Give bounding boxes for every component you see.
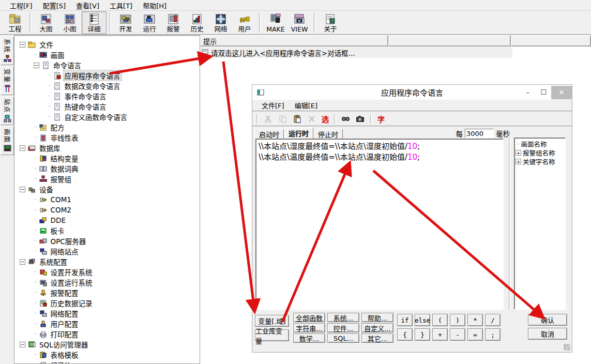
- tree-item-打印配置[interactable]: ···打印配置: [14, 329, 200, 339]
- tree-item-数据改变命令语言[interactable]: ···数据改变命令语言: [14, 81, 200, 91]
- operator-button-)[interactable]: ): [450, 314, 465, 326]
- function-button-SQL...[interactable]: SQL...: [327, 333, 359, 343]
- hint-column-header[interactable]: 提示: [200, 35, 388, 47]
- function-button-系统...[interactable]: 系统...: [327, 313, 359, 322]
- toolbar-button-小图[interactable]: 小图: [58, 12, 82, 34]
- confirm-button[interactable]: 确认: [528, 314, 567, 326]
- tree-item-OPC服务器[interactable]: ···OPC服务器: [14, 236, 200, 246]
- tree-item-结构变量[interactable]: ···结构变量: [14, 153, 200, 163]
- tree-item-命令语言[interactable]: −命令语言: [14, 60, 200, 70]
- side-tab-变量[interactable]: 变量: [1, 66, 14, 95]
- dialog-titlebar[interactable]: 应用程序命令语言 – ☐ ✕: [252, 85, 572, 100]
- font-tool-button[interactable]: 字: [377, 114, 385, 124]
- tree-item-SQL访问管理器[interactable]: −SQL访问管理器: [14, 339, 200, 350]
- tab-运行时[interactable]: 运行时: [284, 127, 313, 139]
- tree-expander-icon[interactable]: −: [20, 342, 25, 347]
- tree-item-报警组[interactable]: ···报警组: [14, 174, 200, 184]
- tree-item-系统配置[interactable]: −系统配置: [14, 256, 200, 267]
- menu-item-4[interactable]: 帮助[H]: [138, 0, 171, 11]
- operator-button-else[interactable]: else: [415, 314, 430, 326]
- tree-item-设置运行系统[interactable]: ···设置运行系统: [14, 277, 200, 287]
- operator-button-{[interactable]: {: [397, 328, 413, 341]
- function-button-其它...[interactable]: 其它...: [361, 333, 393, 343]
- dialog-menu-item-1[interactable]: 编辑[E]: [291, 99, 322, 111]
- industry-lib-variable-button[interactable]: 工业库变量: [255, 329, 289, 341]
- toolbar-button-大图[interactable]: 大图: [34, 12, 58, 34]
- tree-item-板卡[interactable]: ···板卡: [14, 225, 200, 236]
- side-tab-画面[interactable]: 画面: [1, 126, 14, 155]
- empty-column-header[interactable]: [388, 35, 511, 47]
- function-button-帮助...[interactable]: 帮助...: [361, 313, 393, 322]
- tree-item-自定义函数命令语言[interactable]: ···自定义函数命令语言: [14, 112, 200, 122]
- tree-expander-icon[interactable]: −: [34, 63, 39, 68]
- operator-button-+[interactable]: +: [432, 328, 448, 341]
- expand-plus-icon[interactable]: +: [516, 150, 521, 156]
- tree-item-COM1[interactable]: ···COM1: [14, 194, 200, 205]
- operator-button-*[interactable]: *: [467, 314, 483, 326]
- operator-button-/[interactable]: /: [485, 314, 501, 326]
- tree-item-DDE[interactable]: ···DDE: [14, 215, 200, 225]
- cancel-button[interactable]: 取消: [528, 328, 567, 340]
- toolbar-button-详细[interactable]: 详细: [82, 11, 107, 34]
- resize-grip[interactable]: [564, 344, 570, 351]
- tree-expander-icon[interactable]: −: [20, 259, 25, 265]
- tree-item-数据词典[interactable]: ···数据词典: [14, 163, 200, 174]
- tree-item-画面[interactable]: ···画面: [14, 50, 200, 60]
- tree-item-报警配置[interactable]: ···报警配置: [14, 287, 200, 298]
- menu-item-3[interactable]: 工具[T]: [105, 0, 137, 11]
- dialog-menu-item-0[interactable]: 文件[F]: [257, 99, 289, 111]
- code-editor[interactable]: \\本站点\湿度最终值=\\本站点\湿度初始值/10;\\本站点\温度最终值=\…: [255, 139, 504, 310]
- tree-item-设置开发系统[interactable]: ···设置开发系统: [14, 267, 200, 277]
- side-tab-站点[interactable]: 站点: [1, 96, 14, 125]
- toolbar-button-报警[interactable]: 报警: [161, 12, 185, 34]
- minimize-button[interactable]: –: [520, 87, 536, 98]
- operator-button--[interactable]: -: [450, 328, 465, 341]
- toolbar-button-运行[interactable]: 运行: [138, 12, 161, 34]
- hint-row[interactable]: 请双击这儿进入<应用程序命令语言>对话框...: [200, 47, 512, 58]
- tree-item-表格模板[interactable]: ···表格模板: [14, 350, 200, 360]
- tree-item-网络配置[interactable]: ···网络配置: [14, 308, 200, 318]
- copy-icon[interactable]: [278, 114, 287, 124]
- operator-button-=[interactable]: =: [467, 328, 483, 341]
- function-button-自定义...[interactable]: 自定义...: [361, 323, 393, 332]
- name-tree-item-0[interactable]: ····画面名称: [516, 140, 564, 148]
- tree-item-非线性表[interactable]: ···非线性表: [14, 132, 200, 143]
- operator-button-}[interactable]: }: [415, 328, 430, 341]
- tree-item-用户配置[interactable]: ···用户配置: [14, 318, 200, 329]
- function-button-控件...[interactable]: 控件...: [327, 323, 359, 332]
- toolbar-button-关于[interactable]: 关于: [319, 12, 342, 34]
- tree-expander-icon[interactable]: −: [20, 187, 25, 192]
- tree-item-网络站点[interactable]: ···网络站点: [14, 246, 200, 256]
- toolbar-button-历史[interactable]: 历史: [185, 12, 209, 34]
- paste-icon[interactable]: [293, 114, 302, 124]
- toolbar-button-MAKE[interactable]: MAKE: [264, 12, 287, 34]
- tree-item-设备[interactable]: −设备: [14, 184, 200, 194]
- name-tree-item-1[interactable]: +报警组名称: [516, 148, 564, 157]
- camera-icon[interactable]: [356, 114, 365, 124]
- tree-item-文件[interactable]: −文件: [14, 39, 200, 50]
- tab-启动时[interactable]: 启动时: [254, 129, 284, 139]
- menu-item-2[interactable]: 查看[V]: [71, 0, 104, 11]
- tree-item-COM2[interactable]: ···COM2: [14, 205, 200, 215]
- side-tab-系统[interactable]: 系统: [1, 36, 14, 65]
- operator-button-;[interactable]: ;: [485, 328, 501, 341]
- expand-plus-icon[interactable]: +: [516, 159, 521, 164]
- menu-item-1[interactable]: 配置[S]: [38, 0, 70, 11]
- tree-item-历史数据记录[interactable]: ···历史数据记录: [14, 298, 200, 308]
- find-icon[interactable]: [341, 114, 351, 124]
- operator-button-if[interactable]: if: [397, 314, 413, 326]
- tree-item-记录体[interactable]: ···记录体: [14, 360, 200, 364]
- function-button-数学...[interactable]: 数学...: [293, 333, 325, 343]
- menu-item-0[interactable]: 工程[F]: [5, 0, 37, 11]
- tree-item-热键命令语言[interactable]: ···热键命令语言: [14, 101, 200, 112]
- cut-icon[interactable]: [264, 114, 273, 124]
- tree-item-配方[interactable]: ···配方: [14, 122, 200, 132]
- tree-expander-icon[interactable]: −: [20, 42, 25, 48]
- interval-input[interactable]: [465, 129, 494, 138]
- function-button-全部函数[interactable]: 全部函数: [293, 313, 325, 322]
- tab-停止时[interactable]: 停止时: [313, 129, 343, 139]
- delete-icon[interactable]: [307, 114, 316, 124]
- toolbar-button-用户[interactable]: 用户: [233, 12, 256, 34]
- toolbar-button-网络[interactable]: 网络: [209, 12, 233, 34]
- tree-item-数据库[interactable]: −数据库: [14, 143, 200, 153]
